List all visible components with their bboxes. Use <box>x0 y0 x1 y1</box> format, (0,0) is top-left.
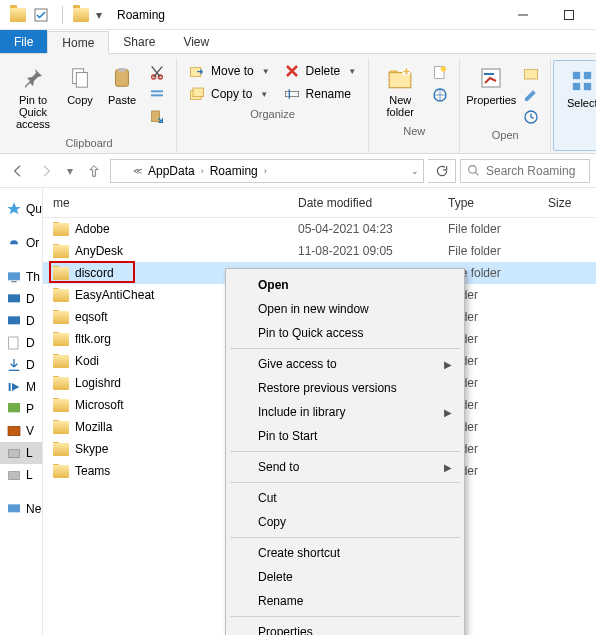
table-row[interactable]: Adobe05-04-2021 04:23File folder <box>43 218 596 240</box>
search-input[interactable]: Search Roaming <box>460 159 590 183</box>
ctx-include-in-library[interactable]: Include in library▶ <box>228 400 462 424</box>
back-button[interactable] <box>6 159 30 183</box>
new-item-icon[interactable] <box>431 64 449 82</box>
tab-share[interactable]: Share <box>109 30 169 53</box>
address-dropdown[interactable]: ⌄ <box>411 166 419 176</box>
nav-item[interactable]: P <box>0 398 42 420</box>
rename-button[interactable]: Rename <box>278 83 363 105</box>
breadcrumb-segment[interactable]: AppData <box>146 164 197 178</box>
folder-icon <box>53 333 69 346</box>
forward-button[interactable] <box>34 159 58 183</box>
edit-icon[interactable] <box>522 86 540 104</box>
nav-item[interactable]: D <box>0 354 42 376</box>
svg-rect-41 <box>8 504 20 512</box>
col-type[interactable]: Type <box>438 196 538 210</box>
new-extra <box>427 60 453 104</box>
paste-shortcut-icon[interactable] <box>148 108 166 126</box>
ctx-pin-quick-access[interactable]: Pin to Quick access <box>228 321 462 345</box>
nav-item[interactable]: D <box>0 332 42 354</box>
copy-to-button[interactable]: Copy to▼ <box>183 83 276 105</box>
col-name[interactable]: me <box>43 196 288 210</box>
nav-item[interactable]: Qu <box>0 198 42 220</box>
breadcrumb-segment[interactable]: Roaming <box>208 164 260 178</box>
delete-button[interactable]: Delete▼ <box>278 60 363 82</box>
qat-item[interactable] <box>30 4 52 26</box>
ctx-open[interactable]: Open <box>228 273 462 297</box>
folder-icon <box>53 377 69 390</box>
navigation-pane[interactable]: Qu Or Th D D D D M P V L L Ne <box>0 188 43 635</box>
select-button[interactable]: Select <box>560 63 596 113</box>
up-button[interactable] <box>82 159 106 183</box>
ctx-restore-previous[interactable]: Restore previous versions <box>228 376 462 400</box>
ctx-properties[interactable]: Properties <box>228 620 462 635</box>
folder-icon <box>53 267 69 280</box>
group-select: Select <box>553 60 596 151</box>
nav-item[interactable]: D <box>0 310 42 332</box>
svg-rect-38 <box>8 426 20 435</box>
open-extra <box>518 60 544 126</box>
svg-point-20 <box>441 66 446 71</box>
move-to-button[interactable]: Move to▼ <box>183 60 276 82</box>
nav-item[interactable]: L <box>0 442 42 464</box>
nav-item[interactable]: Ne <box>0 498 42 520</box>
maximize-button[interactable] <box>546 0 592 30</box>
file-name: fltk.org <box>75 332 111 346</box>
paste-button[interactable]: Paste <box>102 60 142 110</box>
recent-locations-button[interactable]: ▾ <box>62 159 78 183</box>
nav-item[interactable]: L <box>0 464 42 486</box>
properties-button[interactable]: Properties <box>466 60 516 110</box>
folder-icon <box>53 399 69 412</box>
easy-access-icon[interactable] <box>431 86 449 104</box>
ctx-cut[interactable]: Cut <box>228 486 462 510</box>
file-name: AnyDesk <box>75 244 123 258</box>
refresh-button[interactable] <box>428 159 456 183</box>
ctx-create-shortcut[interactable]: Create shortcut <box>228 541 462 565</box>
ctx-rename[interactable]: Rename <box>228 589 462 613</box>
group-open: Properties Open <box>460 58 551 153</box>
open-icon[interactable] <box>522 64 540 82</box>
ctx-send-to[interactable]: Send to▶ <box>228 455 462 479</box>
svg-rect-2 <box>565 10 574 19</box>
file-name: Skype <box>75 442 108 456</box>
file-name: Kodi <box>75 354 99 368</box>
minimize-button[interactable] <box>500 0 546 30</box>
column-headers[interactable]: me Date modified Type Size <box>43 188 596 218</box>
folder-icon <box>10 8 26 22</box>
copy-icon <box>66 64 94 92</box>
svg-rect-14 <box>193 88 204 97</box>
ctx-give-access-to[interactable]: Give access to▶ <box>228 352 462 376</box>
tab-view[interactable]: View <box>169 30 223 53</box>
ctx-copy[interactable]: Copy <box>228 510 462 534</box>
new-folder-icon <box>386 64 414 92</box>
qat-dropdown[interactable]: ▾ <box>93 4 105 26</box>
tab-home[interactable]: Home <box>47 31 109 54</box>
history-icon[interactable] <box>522 108 540 126</box>
ctx-open-new-window[interactable]: Open in new window <box>228 297 462 321</box>
nav-item[interactable]: M <box>0 376 42 398</box>
ctx-pin-to-start[interactable]: Pin to Start <box>228 424 462 448</box>
svg-rect-4 <box>76 73 87 88</box>
cut-icon[interactable] <box>148 64 166 82</box>
table-row[interactable]: AnyDesk11-08-2021 09:05File folder <box>43 240 596 262</box>
svg-rect-39 <box>9 450 20 458</box>
address-bar[interactable]: ≪ AppData › Roaming › ⌄ <box>110 159 424 183</box>
nav-item[interactable]: Th <box>0 266 42 288</box>
properties-icon <box>477 64 505 92</box>
copy-path-icon[interactable] <box>148 86 166 104</box>
col-size[interactable]: Size <box>538 196 596 210</box>
new-folder-button[interactable]: New folder <box>375 60 425 122</box>
col-date[interactable]: Date modified <box>288 196 438 210</box>
copy-button[interactable]: Copy <box>60 60 100 110</box>
svg-rect-11 <box>152 111 160 122</box>
ctx-delete[interactable]: Delete <box>228 565 462 589</box>
folder-icon <box>53 465 69 478</box>
group-label: New <box>375 122 453 141</box>
nav-item[interactable]: Or <box>0 232 42 254</box>
clipboard-extra <box>144 60 170 126</box>
file-date: 05-04-2021 04:23 <box>288 222 438 236</box>
nav-item[interactable]: V <box>0 420 42 442</box>
tab-file[interactable]: File <box>0 30 47 53</box>
pin-quick-access-button[interactable]: Pin to Quick access <box>8 60 58 134</box>
file-name: Teams <box>75 464 110 478</box>
nav-item[interactable]: D <box>0 288 42 310</box>
